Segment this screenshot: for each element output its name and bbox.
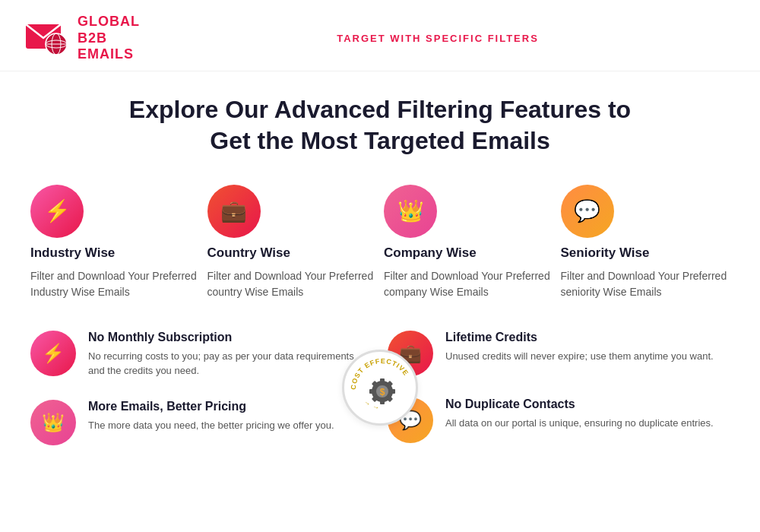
bottom-left: ⚡ No Monthly Subscription No recurring c… — [30, 331, 372, 445]
filter-item-industry: ⚡ Industry Wise Filter and Download Your… — [30, 185, 200, 300]
filter-item-seniority: 💬 Seniority Wise Filter and Download You… — [561, 185, 730, 300]
feature-icon-more-emails: 👑 — [30, 400, 76, 445]
feature-content-lifetime-credits: Lifetime Credits Unused credits will nev… — [445, 331, 714, 364]
filter-item-company: 👑 Company Wise Filter and Download Your … — [384, 185, 553, 300]
svg-rect-12 — [380, 400, 385, 404]
section-title: Explore Our Advanced Filtering Features … — [30, 94, 730, 157]
feature-desc-no-subscription: No recurring costs to you; pay as per yo… — [88, 349, 372, 378]
filter-desc-company: Filter and Download Your Preferred compa… — [384, 268, 553, 300]
svg-rect-10 — [391, 389, 395, 394]
feature-title-no-subscription: No Monthly Subscription — [88, 331, 372, 344]
header-tagline: TARGET WITH SPECIFIC FILTERS — [140, 33, 736, 44]
header: GLOBAL B2B EMAILS TARGET WITH SPECIFIC F… — [0, 0, 760, 71]
filter-icon-company: 👑 — [384, 185, 437, 238]
filter-desc-seniority: Filter and Download Your Preferred senio… — [561, 268, 730, 300]
filter-name-industry: Industry Wise — [30, 245, 200, 261]
feature-row-more-emails: 👑 More Emails, Better Pricing The more d… — [30, 400, 372, 445]
feature-desc-no-duplicate: All data on our portal is unique, ensuri… — [445, 416, 714, 431]
feature-title-lifetime-credits: Lifetime Credits — [445, 331, 714, 344]
logo-icon — [24, 15, 70, 61]
feature-content-more-emails: More Emails, Better Pricing The more dat… — [88, 400, 334, 433]
cost-badge-wrap: COST EFFECTIVE — [342, 350, 418, 426]
feature-content-no-subscription: No Monthly Subscription No recurring cos… — [88, 331, 372, 378]
filter-desc-country: Filter and Download Your Preferred count… — [207, 268, 377, 300]
cost-badge: COST EFFECTIVE — [342, 350, 418, 426]
feature-content-no-duplicate: No Duplicate Contacts All data on our po… — [445, 397, 714, 431]
filter-icon-industry: ⚡ — [30, 185, 84, 238]
feature-desc-lifetime-credits: Unused credits will never expire; use th… — [445, 349, 714, 364]
bottom-features: ⚡ No Monthly Subscription No recurring c… — [30, 331, 730, 445]
filter-grid: ⚡ Industry Wise Filter and Download Your… — [30, 185, 730, 300]
feature-desc-more-emails: The more data you need, the better prici… — [88, 418, 334, 433]
feature-title-no-duplicate: No Duplicate Contacts — [445, 397, 714, 411]
svg-rect-14 — [369, 389, 374, 394]
feature-row-no-subscription: ⚡ No Monthly Subscription No recurring c… — [30, 331, 372, 378]
feature-row-lifetime-credits: 💼 Lifetime Credits Unused credits will n… — [388, 331, 730, 376]
filter-icon-seniority: 💬 — [561, 185, 614, 238]
main-content: Explore Our Advanced Filtering Features … — [0, 71, 760, 461]
bottom-right: 💼 Lifetime Credits Unused credits will n… — [388, 331, 730, 445]
logo-text: GLOBAL B2B EMAILS — [78, 14, 140, 63]
filter-icon-country: 💼 — [207, 185, 261, 238]
filter-name-country: Country Wise — [207, 245, 377, 261]
filter-desc-industry: Filter and Download Your Preferred Indus… — [30, 268, 200, 300]
feature-icon-no-subscription: ⚡ — [30, 331, 76, 376]
svg-rect-8 — [380, 378, 385, 383]
svg-text:$: $ — [380, 387, 385, 397]
filter-item-country: 💼 Country Wise Filter and Download Your … — [207, 185, 377, 300]
filter-name-company: Company Wise — [384, 245, 553, 261]
filter-name-seniority: Seniority Wise — [561, 245, 730, 261]
feature-title-more-emails: More Emails, Better Pricing — [88, 400, 334, 413]
logo-area: GLOBAL B2B EMAILS — [24, 14, 140, 63]
feature-row-no-duplicate: 💬 No Duplicate Contacts All data on our … — [388, 397, 730, 443]
